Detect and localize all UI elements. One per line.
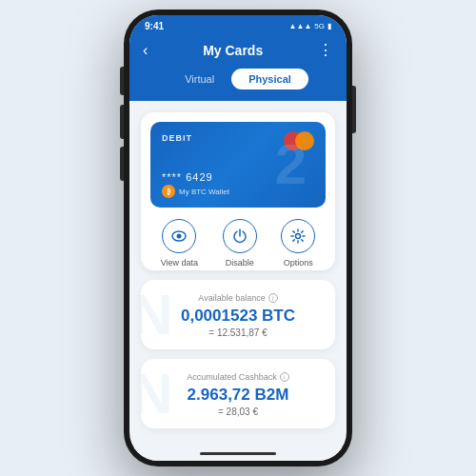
signal-icon: ▲▲▲: [289, 22, 312, 30]
btc-icon: ₿: [162, 185, 175, 198]
svg-point-1: [177, 234, 182, 239]
back-button[interactable]: ‹: [143, 42, 148, 59]
balance-info-icon[interactable]: i: [268, 293, 278, 303]
svg-point-2: [296, 234, 301, 239]
volume-up-button: [120, 105, 124, 139]
power-icon: [223, 219, 257, 253]
cashback-info-icon[interactable]: i: [280, 372, 289, 382]
page-title: My Cards: [203, 43, 263, 58]
eye-icon: [162, 219, 196, 253]
available-balance-label: Available balance i: [154, 293, 322, 303]
phone-screen: 9:41 ▲▲▲ 5G ▮ ‹ My Cards ⋮ Virtual Physi…: [129, 15, 347, 461]
balance-watermark: N: [141, 287, 172, 344]
card-wallet-info: ₿ My BTC Wallet: [162, 185, 229, 198]
gear-icon: [281, 219, 315, 253]
wallet-label: My BTC Wallet: [179, 188, 229, 196]
view-data-label: View data: [161, 258, 198, 268]
available-balance-amount: 0,0001523 BTC: [154, 307, 322, 326]
cashback-watermark: N: [141, 366, 172, 423]
card-watermark: 2: [275, 136, 307, 193]
card-section: DEBIT 2 **** 6429 ₿ My BTC Wallet: [141, 112, 335, 270]
available-balance-sub: = 12.531,87 €: [154, 327, 322, 338]
status-bar: 9:41 ▲▲▲ 5G ▮: [129, 15, 347, 35]
view-data-button[interactable]: View data: [161, 219, 198, 268]
tab-bar: Virtual Physical: [129, 69, 347, 101]
home-bar: [200, 452, 276, 455]
status-icons: ▲▲▲ 5G ▮: [289, 22, 331, 30]
content-area: DEBIT 2 **** 6429 ₿ My BTC Wallet: [129, 101, 347, 447]
tab-physical[interactable]: Physical: [231, 69, 308, 89]
header: ‹ My Cards ⋮: [129, 35, 347, 69]
home-indicator: [129, 447, 347, 461]
card-actions: View data Disable: [141, 208, 335, 270]
network-label: 5G: [314, 22, 325, 30]
cashback-section: N Accumulated Cashback i 2.963,72 B2M = …: [141, 359, 335, 428]
options-button[interactable]: Options: [281, 219, 315, 268]
battery-icon: ▮: [327, 22, 331, 30]
disable-label: Disable: [226, 258, 254, 268]
available-balance-section: N Available balance i 0,0001523 BTC = 12…: [141, 280, 335, 349]
cashback-amount: 2.963,72 B2M: [154, 386, 322, 405]
options-label: Options: [284, 258, 313, 268]
phone-frame: 9:41 ▲▲▲ 5G ▮ ‹ My Cards ⋮ Virtual Physi…: [124, 10, 352, 466]
debit-card: DEBIT 2 **** 6429 ₿ My BTC Wallet: [150, 122, 326, 208]
cashback-label: Accumulated Cashback i: [154, 372, 322, 382]
tab-virtual[interactable]: Virtual: [168, 69, 231, 89]
card-number: **** 6429: [162, 171, 213, 183]
silent-button: [120, 67, 124, 95]
cashback-sub: = 28,03 €: [154, 407, 322, 417]
volume-down-button: [120, 147, 124, 181]
power-button: [352, 86, 356, 133]
more-button[interactable]: ⋮: [318, 41, 333, 59]
disable-button[interactable]: Disable: [223, 219, 257, 268]
status-time: 9:41: [145, 21, 164, 31]
